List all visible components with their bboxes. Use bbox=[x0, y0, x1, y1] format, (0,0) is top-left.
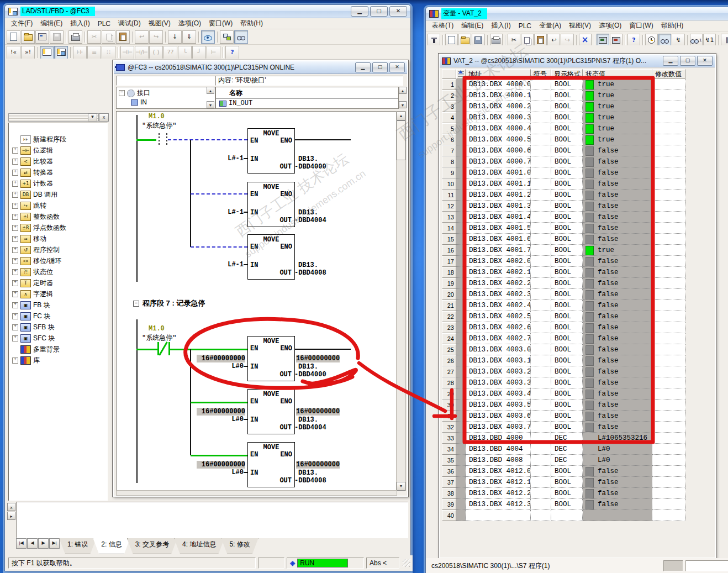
expand-icon[interactable]: + bbox=[12, 181, 18, 187]
modify-value-cell[interactable] bbox=[652, 488, 685, 499]
table-row[interactable]: 6DB13.DBX 4000.5BOOLtrue bbox=[442, 134, 685, 145]
address-cell[interactable]: DB13.DBX 4003.0 bbox=[466, 344, 531, 355]
table-row[interactable]: 22DB13.DBX 4002.5BOOLfalse bbox=[442, 311, 685, 322]
modify-value-cell[interactable] bbox=[652, 444, 685, 455]
address-cell[interactable]: DB13.DBX 4002.5 bbox=[466, 311, 531, 322]
address-cell[interactable]: DB13.DBD 4004 bbox=[466, 444, 531, 455]
symbol-cell[interactable] bbox=[531, 123, 551, 134]
display-format-cell[interactable]: BOOL bbox=[551, 190, 583, 201]
display-format-cell[interactable]: DEC bbox=[551, 433, 583, 444]
fc3-titlebar[interactable]: @FC3 -- cs200518\SIMATIC 300(1)\PLC315PN… bbox=[114, 61, 407, 74]
vat-child-titlebar[interactable]: VAT_2 -- @cs200518\SIMATIC 300(1)\PLC315… bbox=[440, 55, 715, 67]
monitor-glasses-button[interactable] bbox=[658, 34, 671, 47]
table-row[interactable]: 40 bbox=[442, 510, 685, 521]
table-row[interactable]: 2DB13.DBX 4000.1BOOLtrue bbox=[442, 90, 685, 101]
vat-window-titlebar[interactable]: 变量 - VAT_2 bbox=[426, 7, 728, 20]
table-row[interactable]: 16DB13.DBX 4001.7BOOLtrue bbox=[442, 245, 685, 256]
address-cell[interactable]: DB13.DBD 4000 bbox=[466, 433, 531, 444]
address-cell[interactable]: DB13.DBX 4003.7 bbox=[466, 422, 531, 433]
table-row[interactable]: 12DB13.DBX 4001.3BOOLfalse bbox=[442, 201, 685, 212]
move-block[interactable]: MOVEENENOINOUT bbox=[247, 442, 295, 487]
display-format-cell[interactable]: BOOL bbox=[551, 388, 583, 399]
open-button[interactable] bbox=[458, 34, 471, 47]
table-row[interactable]: 14DB13.DBX 4001.5BOOLfalse bbox=[442, 223, 685, 234]
modify-value-cell[interactable] bbox=[652, 477, 685, 488]
expand-icon[interactable]: + bbox=[12, 203, 18, 209]
display-format-cell[interactable]: BOOL bbox=[551, 289, 583, 300]
modify-value-cell[interactable] bbox=[652, 466, 685, 477]
symbol-cell[interactable] bbox=[531, 377, 551, 388]
catalog-item-bit-logic[interactable]: +⊣⊢位逻辑 bbox=[12, 145, 53, 155]
display-format-cell[interactable]: BOOL bbox=[551, 377, 583, 388]
table-row[interactable]: 11DB13.DBX 4001.2BOOLfalse bbox=[442, 190, 685, 201]
symbol-cell[interactable] bbox=[531, 322, 551, 333]
modify-value-cell[interactable] bbox=[652, 167, 685, 178]
vat-minimize-button[interactable]: ▁ bbox=[663, 56, 678, 66]
redo-button[interactable]: ↪ bbox=[149, 30, 163, 44]
display-format-cell[interactable]: BOOL bbox=[551, 499, 583, 510]
address-cell[interactable]: DB13.DBX 4001.7 bbox=[466, 245, 531, 256]
vat-menu-1[interactable]: 编辑(E) bbox=[457, 20, 487, 31]
symbol-cell[interactable] bbox=[531, 444, 551, 455]
output-tab-4[interactable]: 4: 地址信息 bbox=[174, 538, 224, 554]
symbol-cell[interactable] bbox=[531, 79, 551, 90]
interface-name-table[interactable]: 名称 IN_OUT bbox=[215, 87, 399, 109]
address-cell[interactable]: DB13.DBX 4000.7 bbox=[466, 156, 531, 167]
catalog-item-comparator[interactable]: +<比较器 bbox=[12, 156, 53, 166]
address-cell[interactable]: DB13.DBX 4000.6 bbox=[466, 145, 531, 156]
table-row[interactable]: 24DB13.DBX 4002.7BOOLfalse bbox=[442, 333, 685, 344]
move-block[interactable]: MOVEENENOINOUT bbox=[247, 389, 295, 434]
expand-icon[interactable]: + bbox=[12, 225, 18, 231]
vat-maximize-button[interactable]: ▢ bbox=[680, 56, 695, 66]
symbol-cell[interactable] bbox=[531, 399, 551, 411]
lad-menu-4[interactable]: 调试(D) bbox=[114, 18, 145, 29]
first-tab-button[interactable]: |◀ bbox=[16, 538, 27, 549]
modify-value-cell[interactable] bbox=[652, 112, 685, 123]
lad-menu-8[interactable]: 帮助(H) bbox=[236, 18, 267, 29]
display-format-cell[interactable]: BOOL bbox=[551, 399, 583, 411]
vat-menu-3[interactable]: PLC bbox=[515, 22, 535, 30]
expand-icon[interactable]: + bbox=[12, 313, 18, 319]
symbol-cell[interactable] bbox=[531, 101, 551, 112]
symbol-cell[interactable] bbox=[531, 510, 551, 521]
redo-button[interactable]: ↪ bbox=[561, 34, 573, 47]
modify-value-cell[interactable] bbox=[652, 190, 685, 201]
address-cell[interactable]: DB13.DBD 4008 bbox=[466, 455, 531, 466]
trigger-button[interactable] bbox=[645, 34, 658, 47]
lad-window-titlebar[interactable]: LAD/STL/FBD - @FC3 ▁ ▢ ✕ bbox=[5, 5, 410, 18]
display-format-cell[interactable]: BOOL bbox=[551, 256, 583, 267]
symbol-cell[interactable] bbox=[531, 300, 551, 311]
modify-value-cell[interactable] bbox=[652, 322, 685, 333]
address-cell[interactable]: DB13.DBX 4001.2 bbox=[466, 190, 531, 201]
modify-value-cell[interactable] bbox=[652, 388, 685, 399]
modify-value-cell[interactable] bbox=[652, 499, 685, 510]
display-format-cell[interactable]: BOOL bbox=[551, 245, 583, 256]
output-tab-5[interactable]: 5: 修改 bbox=[221, 538, 258, 554]
symbol-cell[interactable] bbox=[531, 355, 551, 366]
symbol-cell[interactable] bbox=[531, 167, 551, 178]
display-format-cell[interactable]: BOOL bbox=[551, 134, 583, 145]
last-tab-button[interactable]: ▶| bbox=[49, 538, 60, 549]
expand-icon[interactable]: + bbox=[12, 247, 18, 253]
interface-scroll-down[interactable]: ▼ bbox=[207, 101, 214, 108]
address-cell[interactable]: DB13.DBX 4012.3 bbox=[466, 499, 531, 510]
table-row[interactable]: 5DB13.DBX 4000.4BOOLtrue bbox=[442, 123, 685, 134]
lad-menu-7[interactable]: 窗口(W) bbox=[205, 18, 236, 29]
symbol-info-button[interactable]: ∷ bbox=[102, 46, 115, 59]
address-cell[interactable]: DB13.DBX 4001.1 bbox=[466, 178, 531, 190]
modify-value-cell[interactable] bbox=[652, 455, 685, 466]
table-row[interactable]: 23DB13.DBX 4002.6BOOLfalse bbox=[442, 322, 685, 333]
modify-value-cell[interactable] bbox=[652, 212, 685, 223]
table-row[interactable]: 28DB13.DBX 4003.3BOOLfalse bbox=[442, 377, 685, 388]
catalog-item-library[interactable]: +库 bbox=[12, 355, 40, 365]
out-operand-line2[interactable]: -DBD4008 bbox=[294, 477, 326, 485]
display-format-cell[interactable] bbox=[551, 510, 583, 521]
modify-value-cell[interactable] bbox=[652, 333, 685, 344]
clear-button[interactable]: × bbox=[579, 34, 592, 47]
clipped-button[interactable]: ∥ bbox=[721, 34, 728, 47]
address-cell[interactable]: DB13.DBX 4000.5 bbox=[466, 134, 531, 145]
catalog-item-timer[interactable]: +T定时器 bbox=[12, 278, 53, 288]
fc3-minimize-button[interactable]: ▁ bbox=[355, 62, 371, 72]
paste-button[interactable] bbox=[116, 30, 130, 44]
new-button[interactable] bbox=[7, 30, 20, 44]
